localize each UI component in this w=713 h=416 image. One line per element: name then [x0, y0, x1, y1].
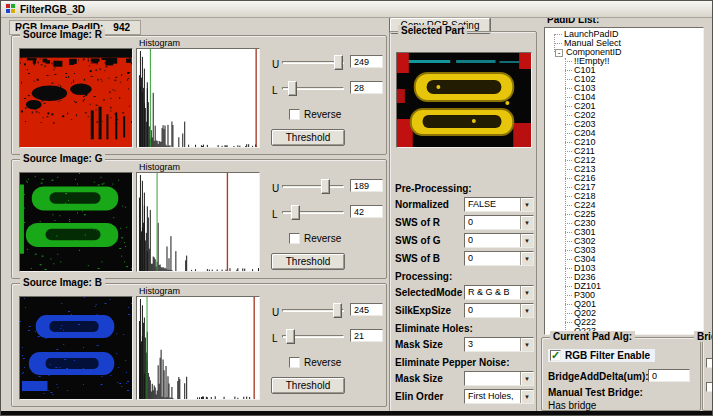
histogram-g: [136, 172, 260, 272]
bridge-item[interactable]: TL: [706, 358, 713, 368]
slider-track: [282, 185, 344, 188]
chevron-down-icon[interactable]: ▼: [520, 252, 533, 265]
combo-mask-size[interactable]: 3▼: [464, 337, 534, 352]
tree-connector: [565, 169, 572, 170]
l-slider-thumb[interactable]: [291, 205, 300, 220]
l-slider[interactable]: [282, 329, 344, 344]
section-heading-processing: Processing:: [395, 268, 532, 284]
selected-part-image: [396, 52, 532, 148]
histogram-g-plot: [137, 173, 259, 271]
u-slider[interactable]: [282, 179, 344, 194]
tree-expander-icon[interactable]: -: [555, 49, 563, 57]
manual-test-bridge-label: Manual Test Bridge:: [548, 387, 643, 398]
l-value-field[interactable]: 28: [350, 81, 383, 94]
combo-sws-of-b[interactable]: 0▼: [464, 251, 534, 266]
u-slider[interactable]: [282, 303, 344, 318]
processing-rows: Pre-Processing:NormalizedFALSE▼SWS of R0…: [395, 180, 532, 406]
reverse-label: Reverse: [304, 233, 341, 244]
section-heading-eliminate-holes: Eliminate Holes:: [395, 320, 532, 336]
u-value-field[interactable]: 249: [350, 55, 383, 68]
param-label: Mask Size: [395, 339, 443, 350]
checkbox-box[interactable]: [289, 357, 300, 368]
l-slider[interactable]: [282, 81, 344, 96]
rgb-filter-enable-checkbox[interactable]: RGB Filter Enable: [548, 349, 655, 362]
source-image-b-bitmap: [20, 297, 132, 399]
source-image-b-title: Source Image: B: [20, 277, 105, 288]
param-row: Mask Size3▼: [395, 336, 532, 354]
u-value-field[interactable]: 189: [350, 179, 383, 192]
padid-tree[interactable]: LaunchPadIDManual Select-ComponentID!!Em…: [544, 27, 704, 335]
param-label: SWS of B: [395, 253, 440, 264]
checkbox-box[interactable]: [289, 233, 300, 244]
param-row: SWS of G0▼: [395, 232, 532, 250]
l-slider[interactable]: [282, 205, 344, 220]
tree-connector: [565, 178, 572, 179]
tree-connector: [565, 88, 572, 89]
combo-selectedmode[interactable]: R & G & B▼: [464, 285, 534, 300]
chevron-down-icon[interactable]: ▼: [520, 372, 533, 385]
reverse-checkbox[interactable]: Reverse: [289, 109, 341, 120]
tree-connector: [565, 295, 572, 296]
chevron-down-icon[interactable]: ▼: [520, 234, 533, 247]
combo-value: R & G & B: [468, 287, 510, 298]
chevron-down-icon[interactable]: ▼: [520, 198, 533, 211]
tree-connector: [565, 70, 572, 71]
chevron-down-icon[interactable]: ▼: [520, 286, 533, 299]
param-label: Elin Order: [395, 391, 443, 402]
histogram-label: Histogram: [139, 162, 180, 172]
u-label: U: [272, 183, 279, 194]
u-slider-thumb[interactable]: [321, 179, 330, 194]
param-label: SilkExpSize: [395, 305, 451, 316]
titlebar[interactable]: FilterRGB_3D: [1, 1, 712, 18]
chevron-down-icon[interactable]: ▼: [520, 304, 533, 317]
threshold-button[interactable]: Threshold: [271, 377, 345, 394]
tree-connector: [565, 232, 572, 233]
tree-connector: [565, 151, 572, 152]
bridge-checkbox[interactable]: [706, 382, 713, 392]
combo-sws-of-g[interactable]: 0▼: [464, 233, 534, 248]
combo-normalized[interactable]: FALSE▼: [464, 197, 534, 212]
combo-silkexpsize[interactable]: 0▼: [464, 303, 534, 318]
checkbox-box[interactable]: [550, 350, 561, 361]
tree-line: [565, 58, 566, 332]
tree-connector: [565, 286, 572, 287]
combo-elin-order[interactable]: First Holes,▼: [464, 389, 534, 404]
bridge-checkbox[interactable]: [706, 358, 713, 368]
tree-connector: [565, 250, 572, 251]
u-slider-thumb[interactable]: [333, 303, 342, 318]
l-slider-thumb[interactable]: [288, 81, 297, 96]
l-value-field[interactable]: 42: [350, 205, 383, 218]
selected-part-bitmap: [397, 53, 531, 147]
tree-connector: [555, 43, 562, 44]
combo-value: FALSE: [468, 199, 496, 210]
chevron-down-icon[interactable]: ▼: [520, 338, 533, 351]
param-row: SilkExpSize0▼: [395, 302, 532, 320]
tree-connector: [565, 196, 572, 197]
u-slider-thumb[interactable]: [334, 55, 343, 70]
bridge-item[interactable]: TL: [706, 382, 713, 392]
checkbox-box[interactable]: [289, 109, 300, 120]
l-value-field[interactable]: 21: [350, 329, 383, 342]
chevron-down-icon[interactable]: ▼: [520, 216, 533, 229]
threshold-button[interactable]: Threshold: [271, 253, 345, 270]
threshold-button[interactable]: Threshold: [271, 129, 345, 146]
chevron-down-icon[interactable]: ▼: [520, 390, 533, 403]
reverse-checkbox[interactable]: Reverse: [289, 357, 341, 368]
section-heading-pre-processing: Pre-Processing:: [395, 180, 532, 196]
bridge-add-delta-field[interactable]: 0: [648, 369, 690, 382]
bridge-add-delta-label: BridgeAddDelta(um):: [548, 371, 649, 382]
u-slider[interactable]: [282, 55, 344, 70]
source-image-g: [19, 172, 133, 272]
reverse-checkbox[interactable]: Reverse: [289, 233, 341, 244]
tree-connector: [565, 268, 572, 269]
combo-sws-of-r[interactable]: 0▼: [464, 215, 534, 230]
u-value-field[interactable]: 245: [350, 303, 383, 316]
tree-connector: [565, 142, 572, 143]
combo-value: 0: [468, 253, 473, 264]
l-slider-thumb[interactable]: [286, 329, 295, 344]
combo-mask-size[interactable]: ▼: [464, 371, 534, 386]
combo-value: 0: [468, 235, 473, 246]
u-label: U: [272, 59, 279, 70]
histogram-b: [136, 296, 260, 400]
param-row: SWS of B0▼: [395, 250, 532, 268]
